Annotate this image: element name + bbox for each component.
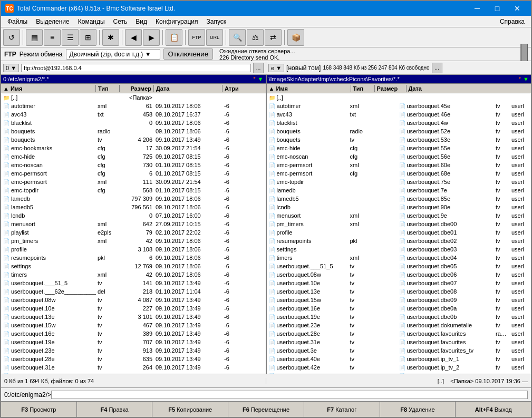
toolbar-btn-sync[interactable]: ⇄ bbox=[265, 29, 282, 46]
left-list-item[interactable]: 📄 emc-permsort cfg 6 01.10.2017 08:15 -6 bbox=[1, 169, 266, 178]
left-drive-selector[interactable]: 0 ▼ bbox=[3, 64, 19, 72]
toolbar-btn-list[interactable]: ≡ bbox=[44, 29, 61, 46]
menu-view[interactable]: Вид bbox=[131, 17, 151, 26]
right-list-item[interactable]: 📄 profile 📄userbouquet.dbe01 tv userl bbox=[267, 228, 531, 237]
right-list-item[interactable]: 📄 pm_timers xml 📄userbouquet.dbe00 tv us… bbox=[267, 220, 531, 228]
left-list-item[interactable]: 📄 emc-permsort xml 111 30.09.2017 21:54 … bbox=[1, 178, 266, 186]
right-list-item[interactable]: 📄 userbouquet.3e tv 📄userbouquet.favouri… bbox=[267, 346, 531, 355]
menu-select[interactable]: Выделение bbox=[32, 17, 74, 26]
right-list-item[interactable]: 📄 userbouquet.15w tv 📄userbouquet.dbe09 … bbox=[267, 296, 531, 304]
left-col-name[interactable]: ▲ Имя bbox=[1, 85, 96, 92]
left-list-item[interactable]: 📄 emc-noscan cfg 730 01.10.2017 08:15 -6 bbox=[1, 161, 266, 169]
left-list-item[interactable]: 📄 userbouquet.19e tv 707 09.10.2017 13:4… bbox=[1, 338, 266, 346]
left-list-item[interactable]: 📄 emc-topdir cfg 568 01.10.2017 08:15 -6 bbox=[1, 186, 266, 195]
left-col-date[interactable]: Дата bbox=[154, 85, 223, 92]
toolbar-btn-back[interactable]: ◀ bbox=[125, 29, 142, 46]
toolbar-btn-grid[interactable]: ▦ bbox=[26, 29, 43, 46]
right-col-size[interactable]: Размер bbox=[375, 85, 407, 92]
left-col-attr[interactable]: Атри bbox=[223, 85, 266, 92]
toolbar-btn-fwd[interactable]: ▶ bbox=[143, 29, 160, 46]
right-list-item[interactable]: 📄 emc-permsort cfg 📄userbouquet.68e tv u… bbox=[267, 169, 531, 178]
left-col-size[interactable]: Размер bbox=[120, 85, 154, 92]
toolbar-btn-compare[interactable]: ⚖ bbox=[247, 29, 264, 46]
left-list-item[interactable]: 📄 avc43 txt 458 09.10.2017 16:37 -6 bbox=[1, 110, 266, 119]
right-list-item[interactable]: 📄 userbouquet.08w tv 📄userbouquet.dbe06 … bbox=[267, 270, 531, 279]
right-list-item[interactable]: 📄 userbouquet.10e tv 📄userbouquet.dbe07 … bbox=[267, 279, 531, 287]
left-list-item[interactable]: 📄 blacklist 0 09.10.2017 18:06 -6 bbox=[1, 119, 266, 127]
toolbar-btn-url[interactable]: URL bbox=[206, 29, 223, 46]
toolbar-btn-search[interactable]: 🔍 bbox=[229, 29, 246, 46]
right-list-item[interactable]: 📄 bouquets radio 📄userbouquet.52e tv use… bbox=[267, 127, 531, 135]
left-list-item[interactable]: 📄 settings 12 769 09.10.2017 18:06 -6 bbox=[1, 262, 266, 270]
right-list-item[interactable]: 📄 emc-noscan cfg 📄userbouquet.56e tv use… bbox=[267, 152, 531, 161]
right-list-item[interactable]: 📄 bouquets tv 📄userbouquet.53e tv userl bbox=[267, 135, 531, 144]
right-list-item[interactable]: 📄 settings 📄userbouquet.dbe03 tv userl bbox=[267, 245, 531, 254]
toolbar-btn-copy[interactable]: 📋 bbox=[166, 29, 182, 46]
left-list-item[interactable]: 📄 userbouquet.___51_5 tv 141 09.10.2017 … bbox=[1, 279, 266, 287]
right-list-item[interactable]: 📄 userbouquet.19e tv 📄userbouquet.dbe0b … bbox=[267, 313, 531, 321]
right-list-item[interactable]: 📄 emc-hide cfg 📄userbouquet.55e tv userl bbox=[267, 144, 531, 152]
left-list-item[interactable]: 📄 userbouquet.28e tv 635 09.10.2017 13:4… bbox=[1, 355, 266, 363]
right-list-item[interactable]: 📄 autotimer xml 📄userbouquet.45e tv user… bbox=[267, 102, 531, 110]
right-list-item[interactable]: 📄 userbouquet.13e tv 📄userbouquet.dbe08 … bbox=[267, 287, 531, 296]
left-dropdown-arrow[interactable]: ▼ bbox=[258, 76, 264, 82]
fkey-f7[interactable]: F7Каталог bbox=[304, 402, 380, 417]
left-list-item[interactable]: 📄 profile 3 108 09.10.2017 18:06 -6 bbox=[1, 245, 266, 254]
right-col-name[interactable]: ▲ Имя bbox=[267, 85, 351, 92]
right-list-item[interactable]: 📄 userbouquet.42e tv 📄userbouquet.ip_tv_… bbox=[267, 363, 531, 372]
left-list-item[interactable]: 📄 lamedb 797 309 09.10.2017 18:06 -6 bbox=[1, 195, 266, 203]
left-col-type[interactable]: Тип bbox=[96, 85, 120, 92]
right-list-item[interactable]: 📄 userbouquet.___51_5 tv 📄userbouquet.db… bbox=[267, 262, 531, 270]
left-list-item[interactable]: 📄 userbouquet.15w tv 467 09.10.2017 13:4… bbox=[1, 321, 266, 329]
right-file-list[interactable]: 📁 [..] 📄 autotimer xml 📄userbouquet.45e … bbox=[267, 93, 531, 374]
left-list-item[interactable]: 📄 autotimer xml 61 09.10.2017 18:06 -6 bbox=[1, 102, 266, 110]
menu-commands[interactable]: Команды bbox=[74, 17, 109, 26]
right-list-item[interactable]: 📄 lcndb 📄userbouquet.90e tv userl bbox=[267, 203, 531, 211]
toolbar-btn-detail[interactable]: ☰ bbox=[62, 29, 79, 46]
ftp-mode-select[interactable]: Двоичный (zip, doc и т.д.) ▼ bbox=[66, 49, 160, 60]
fkey-f4[interactable]: F4Правка bbox=[77, 402, 153, 417]
ftp-disconnect-button[interactable]: Отключение bbox=[163, 48, 214, 60]
left-list-item[interactable]: 📄 bouquets tv 4 206 09.10.2017 13:49 -6 bbox=[1, 135, 266, 144]
left-list-item[interactable]: 📄 lamedb5 796 561 09.10.2017 18:06 -6 bbox=[1, 203, 266, 211]
right-list-item[interactable]: 📄 resumepoints pkl 📄userbouquet.dbe02 tv… bbox=[267, 237, 531, 245]
toolbar-btn-ftp[interactable]: FTP bbox=[188, 29, 205, 46]
left-list-item[interactable]: 📄 userbouquet.10e tv 227 09.10.2017 13:4… bbox=[1, 304, 266, 313]
left-list-item[interactable]: 📄 bouquets radio 09.10.2017 18:06 -6 bbox=[1, 127, 266, 135]
toolbar-btn-filter[interactable]: ✱ bbox=[102, 29, 119, 46]
fkey-f8[interactable]: F8Удаление bbox=[380, 402, 456, 417]
menu-launch[interactable]: Запуск bbox=[202, 17, 231, 26]
left-list-item[interactable]: 📄 emc-bookmarks cfg 17 30.09.2017 21:54 … bbox=[1, 144, 266, 152]
menu-files[interactable]: Файлы bbox=[3, 17, 32, 26]
left-list-item[interactable]: 📄 lcndb 0 07.10.2017 16:00 -6 bbox=[1, 211, 266, 220]
right-list-item[interactable]: 📄 emc-topdir 📄userbouquet.75e tv userl bbox=[267, 178, 531, 186]
toolbar-btn-thumbnail[interactable]: ⊞ bbox=[80, 29, 96, 46]
left-list-item[interactable]: 📄 userbouquet.16e tv 389 09.10.2017 13:4… bbox=[1, 329, 266, 338]
right-list-item[interactable]: 📄 userbouquet.23e tv 📄userbouquet.dokume… bbox=[267, 321, 531, 329]
menu-network[interactable]: Сеть bbox=[109, 17, 132, 26]
left-list-item[interactable]: 📄 userbouquet.23e tv 913 09.10.2017 13:4… bbox=[1, 346, 266, 355]
left-list-item[interactable]: 📄 userbouquet.13e tv 3 101 09.10.2017 13… bbox=[1, 313, 266, 321]
toolbar-btn-pack[interactable]: 📦 bbox=[287, 29, 304, 46]
maximize-button[interactable]: □ bbox=[488, 3, 507, 14]
right-list-item[interactable]: 📄 userbouquet.40e tv 📄userbouquet.ip_tv_… bbox=[267, 355, 531, 363]
right-col-date[interactable]: Дата bbox=[407, 85, 531, 92]
fkey-alt-f4[interactable]: Alt+F4Выход bbox=[456, 402, 531, 417]
right-col-type[interactable]: Тип bbox=[351, 85, 375, 92]
right-list-item[interactable]: 📄 emc-permsort xml 📄userbouquet.60e tv u… bbox=[267, 161, 531, 169]
left-list-item[interactable]: 📄 userbouquet.31e tv 264 09.10.2017 13:4… bbox=[1, 363, 266, 372]
menu-config[interactable]: Конфигурация bbox=[151, 17, 202, 26]
left-path-btn[interactable]: ... bbox=[253, 63, 264, 73]
right-drive-selector[interactable]: e ▼ bbox=[268, 64, 284, 72]
left-path-text[interactable]: ftp://root@192.168.0.4 bbox=[21, 64, 251, 72]
left-list-item[interactable]: 📄 pm_timers xml 42 09.10.2017 18:06 -6 bbox=[1, 237, 266, 245]
right-dropdown-arrow[interactable]: ▼ bbox=[523, 76, 529, 82]
right-list-item[interactable]: 📄 userbouquet.31e tv 📄userbouquet.favour… bbox=[267, 338, 531, 346]
left-list-item[interactable]: 📄 timers xml 42 09.10.2017 18:06 -6 bbox=[1, 270, 266, 279]
right-list-item[interactable]: 📄 blacklist 📄userbouquet.4w tv userl bbox=[267, 119, 531, 127]
left-list-item[interactable]: 📁 [..] <Папка> bbox=[1, 93, 266, 102]
right-list-item[interactable]: 📄 lamedb 📄userbouquet.7e tv userl bbox=[267, 186, 531, 195]
left-file-list[interactable]: 📁 [..] <Папка> 📄 autotimer xml 61 09.10.… bbox=[1, 93, 266, 374]
left-list-item[interactable]: 📄 resumepoints pkl 6 09.10.2017 18:06 -6 bbox=[1, 254, 266, 262]
right-path-btn[interactable]: ... bbox=[432, 63, 442, 73]
